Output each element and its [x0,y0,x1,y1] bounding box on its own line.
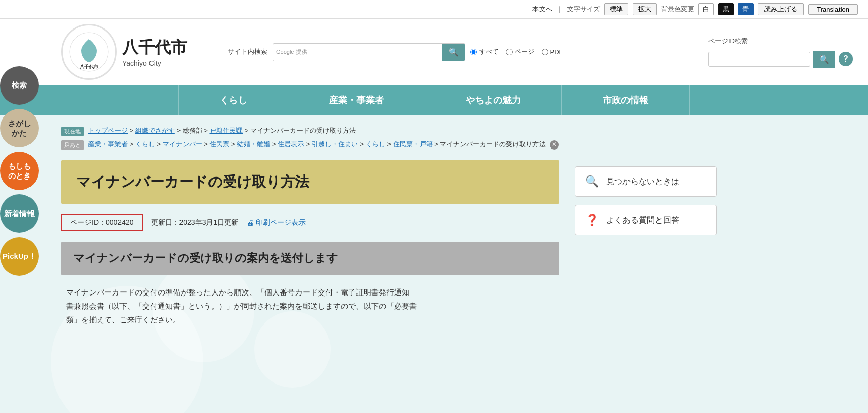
nav-bar: くらし 産業・事業者 やちよの魅力 市政の情報 [0,85,868,115]
pageid-search-btn[interactable]: 🔍 [813,51,835,68]
page-id-value: 0002420 [106,218,134,226]
bg-white-btn[interactable]: 白 [698,3,714,15]
history-close-btn[interactable]: ✕ [550,140,559,150]
update-date: 更新日：2023年3月1日更新 [151,218,239,227]
sidebar-search-btn[interactable]: 検索 [0,66,39,105]
main-text-link[interactable]: 本文へ [532,5,552,14]
breadcrumb-current-row: 現在地 トップページ > 組織でさがす > 総務部 > 戸籍住民課 > マイナン… [61,126,559,136]
logo-area: 八千代市 八千代市 Yachiyo City [61,24,187,80]
nav-miryoku[interactable]: やちよの魅力 [425,85,562,115]
sidebar-sagashi-btn[interactable]: さがし かた [0,109,39,148]
radio-all[interactable]: すべて [470,47,499,56]
breadcrumb-history-row: 足あと 産業・事業者 > くらし > マイナンバー > 住民票 > 結婚・離婚 … [61,139,559,150]
nav-sangyo[interactable]: 産業・事業者 [288,85,425,115]
section-title: マイナンバーカードの受け取りの案内を送付します [73,252,338,264]
body-paragraph: マイナンバーカードの交付の準備が整った人から順次、「個人番号カード交付・電子証明… [66,285,554,327]
page-id-label: ページID： [70,218,106,226]
logo-circle: 八千代市 [61,24,117,80]
font-large-btn[interactable]: 拡大 [633,3,657,15]
divider1: ｜ [556,5,563,14]
right-sidebar: 🔍 見つからないときは ❓ よくある質問と回答 [575,166,717,327]
top-bar: 本文へ ｜ 文字サイズ 標準 拡大 背景色変更 白 黒 青 読み上げる Tran… [0,0,868,19]
radio-group: すべて ページ PDF [470,47,563,56]
breadcrumb-history-links: 産業・事業者 > くらし > マイナンバー > 住民票 > 結婚・離婚 > 住居… [88,139,559,150]
bg-black-btn[interactable]: 黒 [718,3,734,15]
font-standard-btn[interactable]: 標準 [604,3,628,15]
font-size-label: 文字サイズ [567,5,600,14]
page-id-box: ページID：0002420 [61,214,143,231]
read-aloud-btn[interactable]: 読み上げる [758,3,804,15]
sidebar-pickup-btn[interactable]: PickUp！ [0,237,39,276]
pageid-input-wrap: 🔍 ? [708,51,853,68]
page-title-box: マイナンバーカードの受け取り方法 [61,160,559,204]
sidebar-card-faq[interactable]: ❓ よくある質問と回答 [575,205,717,235]
sidebar-card-notfound[interactable]: 🔍 見つからないときは [575,166,717,197]
main-content: 現在地 トップページ > 組織でさがす > 総務部 > 戸籍住民課 > マイナン… [61,126,559,327]
logo-text: 八千代市 Yachiyo City [122,37,187,67]
pageid-help-btn[interactable]: ? [839,52,853,66]
site-search-input-wrap: Google 提供 🔍 [273,43,465,61]
site-search-row: サイト内検索 Google 提供 🔍 すべて ページ PDF [228,43,688,61]
sidebar-moshimo-btn[interactable]: もしも のとき [0,152,39,190]
google-label: Google 提供 [273,48,310,56]
site-search-input[interactable] [310,45,442,59]
header: 検索 さがし かた もしも のとき 新着情報 PickUp！ 八千代市 八千代市 [0,19,868,85]
print-link[interactable]: 🖨 印刷ページ表示 [247,218,306,227]
nav-shisei[interactable]: 市政の情報 [562,85,690,115]
bg-label: 背景色変更 [661,5,694,14]
pageid-label: ページID検索 [708,37,853,46]
search-doc-icon: 🔍 [585,175,599,188]
breadcrumb-current-links: トップページ > 組織でさがす > 総務部 > 戸籍住民課 > マイナンバーカー… [88,126,356,136]
pageid-input[interactable] [708,52,810,67]
page-title: マイナンバーカードの受け取り方法 [76,174,309,190]
faq-icon: ❓ [585,214,599,227]
breadcrumb-area: 現在地 トップページ > 組織でさがす > 総務部 > 戸籍住民課 > マイナン… [61,126,559,150]
logo-roman: Yachiyo City [122,59,187,67]
search-area: サイト内検索 Google 提供 🔍 すべて ページ PDF [228,43,688,61]
site-search-label: サイト内検索 [228,47,267,56]
nav-kurashi[interactable]: くらし [178,85,288,115]
left-sidebar: 検索 さがし かた もしも のとき 新着情報 PickUp！ [0,66,39,276]
bg-blue-btn[interactable]: 青 [738,3,754,15]
page-id-bar: ページID：0002420 更新日：2023年3月1日更新 🖨 印刷ページ表示 [61,214,559,231]
radio-page[interactable]: ページ [506,47,534,56]
svg-text:八千代市: 八千代市 [79,64,99,69]
current-location-tag: 現在地 [61,127,84,136]
section-header: マイナンバーカードの受け取りの案内を送付します [61,242,559,275]
radio-pdf[interactable]: PDF [542,48,563,56]
translation-btn[interactable]: Translation [808,4,858,15]
site-search-btn[interactable]: 🔍 [442,44,465,61]
body-text: マイナンバーカードの交付の準備が整った人から順次、「個人番号カード交付・電子証明… [61,285,559,327]
history-tag: 足あと [61,140,84,150]
content-wrapper: 現在地 トップページ > 組織でさがす > 総務部 > 戸籍住民課 > マイナン… [46,115,868,337]
logo-kanji: 八千代市 [122,37,187,59]
pageid-area: ページID検索 🔍 ? [708,37,853,68]
print-icon: 🖨 [247,219,254,227]
sidebar-shinchaku-btn[interactable]: 新着情報 [0,194,39,233]
